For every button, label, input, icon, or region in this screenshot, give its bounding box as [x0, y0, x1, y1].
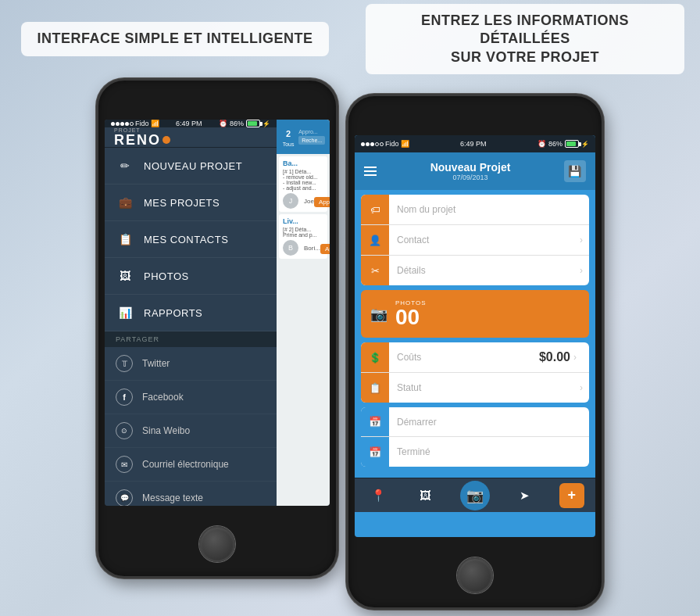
app-name: RENO — [114, 133, 161, 147]
share-item-facebook[interactable]: f Facebook — [105, 381, 277, 414]
twitter-icon: 𝕋 — [116, 355, 133, 372]
contacts-icon: 📋 — [116, 230, 134, 249]
form-row-details[interactable]: ✂ Détails › — [361, 256, 589, 285]
bottom-toolbar: 📍 🖼 📷 ➤ + — [355, 478, 595, 512]
right-banner-text: ENTREZ LES INFORMATIONS DÉTAILLÉESSUR VO… — [366, 4, 684, 74]
app-header: PROJET RENO — [105, 127, 277, 148]
form-row-statut[interactable]: 📋 Statut › — [361, 373, 589, 403]
toolbar-send-button[interactable]: ➤ — [512, 483, 537, 508]
sp-list-item-1: Ba... [# 1] Déta...- remove old...- Inst… — [279, 156, 327, 212]
logo-badge — [162, 136, 170, 144]
menu-item-mes-contacts[interactable]: 📋 MES CONTACTS — [105, 221, 277, 258]
menu-label-nouveau: NOUVEAU PROJET — [144, 160, 242, 172]
form-field-couts[interactable]: Coûts — [389, 352, 539, 363]
menu-label-contacts: MES CONTACTS — [144, 234, 228, 245]
home-button-right[interactable] — [457, 557, 493, 593]
details-icon: ✂ — [371, 265, 380, 277]
sp-list: Ba... [# 1] Déta...- remove old...- Inst… — [277, 154, 330, 263]
weibo-icon: ⊙ — [116, 422, 133, 439]
share-item-twitter[interactable]: 𝕋 Twitter — [105, 347, 277, 381]
main-menu: Fido 📶 6:49 PM ⏰ 86% ⚡ — [105, 120, 277, 506]
sp-approved-tab[interactable]: Appro... — [298, 129, 325, 134]
share-label-facebook: Facebook — [142, 392, 184, 403]
menu-label-rapports: RAPPORTS — [144, 307, 202, 319]
status-bar-left: Fido 📶 6:49 PM ⏰ 86% ⚡ — [105, 120, 277, 127]
chevron-right-icon-couts: › — [573, 352, 583, 363]
project-title: Nouveau Projet — [430, 161, 511, 174]
menu-item-rapports[interactable]: 📊 RAPPORTS — [105, 295, 277, 331]
date-section: 📅 Démarrer 📅 Terminé — [361, 407, 589, 467]
menu-item-nouveau-projet[interactable]: ✏ NOUVEAU PROJET — [105, 148, 277, 184]
menu-label-photos: PHOTOS — [144, 270, 189, 282]
toolbar-plus-button[interactable]: + — [559, 483, 584, 508]
battery-pct-right: 86% — [548, 140, 562, 148]
share-item-email[interactable]: ✉ Courriel électronique — [105, 448, 277, 482]
battery-pct-left: 86% — [230, 120, 244, 127]
battery-icon-right — [565, 140, 579, 148]
photos-section[interactable]: 📷 PHOTOS 00 — [361, 290, 589, 338]
photos-icon: 🖼 — [116, 267, 134, 285]
dollar-icon: 💲 — [369, 352, 381, 364]
chevron-right-icon-statut: › — [580, 382, 589, 393]
form-row-contact[interactable]: 👤 Contact › — [361, 225, 589, 256]
alarm-icon-right: ⏰ — [538, 140, 546, 148]
menu-item-photos[interactable]: 🖼 PHOTOS — [105, 258, 277, 295]
right-phone-screen: Fido 📶 6:49 PM ⏰ 86% ⚡ — [355, 135, 595, 537]
toolbar-photos-button[interactable]: 🖼 — [413, 483, 438, 508]
left-banner-text: INTERFACE SIMPLE ET INTELLIGENTE — [21, 22, 328, 56]
form-row-demarrer[interactable]: 📅 Démarrer — [361, 407, 589, 437]
sms-icon: 💬 — [116, 489, 133, 506]
statut-icon: 📋 — [369, 382, 381, 394]
sp-avatar-1: J — [283, 193, 298, 209]
camera-icon: 📷 — [370, 306, 388, 323]
toolbar-pin-button[interactable]: 📍 — [366, 483, 391, 508]
home-button-left[interactable] — [199, 526, 235, 562]
form-row-termine[interactable]: 📅 Terminé — [361, 437, 589, 467]
sp-avatar-2: B — [283, 240, 298, 256]
sp-badge-label: Tous — [283, 141, 295, 147]
share-label-email: Courriel électronique — [142, 459, 229, 470]
left-phone: Fido 📶 6:49 PM ⏰ 86% ⚡ — [96, 78, 338, 578]
wifi-icon: 📶 — [151, 120, 159, 127]
briefcase-icon: 💼 — [116, 193, 134, 212]
wifi-icon-right: 📶 — [401, 140, 409, 148]
form-section-costs: 💲 Coûts $0.00 › 📋 Statut › — [361, 342, 589, 403]
sp-search[interactable]: Reche... — [298, 136, 325, 145]
project-date: 07/09/2013 — [430, 174, 511, 181]
hamburger-icon[interactable] — [364, 167, 377, 176]
form-field-nom[interactable]: Nom du projet — [389, 204, 589, 215]
form-row-couts[interactable]: 💲 Coûts $0.00 › — [361, 342, 589, 373]
calendar-start-icon: 📅 — [369, 416, 381, 428]
time-right: 6:49 PM — [460, 140, 487, 148]
share-item-sms[interactable]: 💬 Message texte — [105, 482, 277, 506]
email-icon: ✉ — [116, 456, 133, 473]
form-field-demarrer[interactable]: Démarrer — [389, 417, 589, 428]
sp-apply-btn-2[interactable]: Appl... — [320, 244, 330, 254]
sp-list-item-2: Liv... [# 2] Déta...Prime and p... B Bor… — [279, 214, 327, 259]
form-row-nom[interactable]: 🏷 Nom du projet — [361, 195, 589, 225]
battery-icon-left — [246, 120, 260, 127]
section-partager: PARTAGER — [105, 331, 277, 347]
form-field-contact[interactable]: Contact — [389, 235, 580, 245]
left-phone-screen: Fido 📶 6:49 PM ⏰ 86% ⚡ — [105, 120, 330, 506]
carrier-right: Fido — [385, 140, 399, 148]
status-bar-right: Fido 📶 6:49 PM ⏰ 86% ⚡ — [355, 135, 595, 152]
sp-apply-btn-1[interactable]: Appl... — [314, 197, 330, 207]
facebook-icon: f — [116, 389, 133, 406]
reports-icon: 📊 — [116, 303, 134, 322]
calendar-end-icon: 📅 — [369, 446, 381, 458]
menu-item-mes-projets[interactable]: 💼 MES PROJETS — [105, 184, 277, 221]
right-phone: Fido 📶 6:49 PM ⏰ 86% ⚡ — [346, 94, 604, 610]
photos-count: 00 — [395, 305, 420, 329]
share-label-twitter: Twitter — [142, 358, 170, 369]
toolbar-camera-button[interactable]: 📷 — [460, 481, 490, 510]
form-field-details[interactable]: Détails — [389, 265, 580, 276]
form-field-termine[interactable]: Terminé — [389, 446, 589, 457]
share-item-weibo[interactable]: ⊙ Sina Weibo — [105, 414, 277, 448]
side-panel-header: 2 Tous Appro... Reche... — [277, 120, 330, 154]
sp-badge-count: 2 — [281, 127, 295, 140]
save-button[interactable]: 💾 — [564, 160, 586, 182]
form-field-statut[interactable]: Statut — [389, 382, 580, 393]
edit-icon: ✏ — [116, 156, 134, 175]
left-banner: INTERFACE SIMPLE ET INTELLIGENTE — [0, 0, 350, 78]
